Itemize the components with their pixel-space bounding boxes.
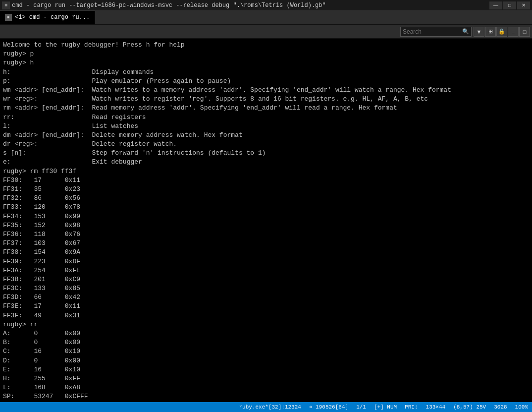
status-dimensions: 133×44 bbox=[426, 404, 446, 410]
tab-bar: ■ <1> cmd - cargo ru... bbox=[0, 11, 532, 25]
toolbar-buttons: ▼ ⊞ 🔒 ≡ □ bbox=[474, 27, 530, 37]
cmd-icon: ■ bbox=[2, 1, 10, 9]
window-button[interactable]: □ bbox=[519, 27, 530, 37]
title-bar-left: ■ cmd - cargo run --target=i686-pc-windo… bbox=[2, 1, 326, 9]
status-pri: PRI: bbox=[405, 404, 418, 410]
tab-icon: ■ bbox=[5, 14, 12, 21]
title-bar-controls: — □ ✕ bbox=[489, 1, 530, 9]
minimize-button[interactable]: — bbox=[489, 1, 502, 9]
title-bar: ■ cmd - cargo run --target=i686-pc-windo… bbox=[0, 0, 532, 11]
status-cursor: (8,57) 25V bbox=[453, 404, 486, 410]
tab-cmd[interactable]: ■ <1> cmd - cargo ru... bbox=[0, 11, 95, 24]
status-info: « 190526[64] bbox=[309, 404, 348, 410]
status-bar: ruby.exe*[32]:12324 « 190526[64] 1/1 [+]… bbox=[0, 402, 532, 412]
dropdown-button[interactable]: ▼ bbox=[474, 27, 484, 37]
terminal[interactable]: Welcome to the rugby debugger! Press h f… bbox=[0, 39, 532, 402]
terminal-content: Welcome to the rugby debugger! Press h f… bbox=[3, 41, 529, 402]
search-input[interactable] bbox=[403, 28, 462, 35]
title-bar-text: cmd - cargo run --target=i686-pc-windows… bbox=[12, 2, 326, 9]
process-info: ruby.exe*[32]:12324 bbox=[239, 404, 301, 410]
status-position: 1/1 bbox=[356, 404, 366, 410]
search-icon: 🔍 bbox=[462, 28, 469, 35]
split-button[interactable]: ⊞ bbox=[485, 27, 496, 37]
close-button[interactable]: ✕ bbox=[517, 1, 530, 9]
menu-button[interactable]: ≡ bbox=[508, 27, 519, 37]
status-code: 3028 bbox=[494, 404, 507, 410]
search-box[interactable]: 🔍 bbox=[400, 27, 472, 37]
toolbar: 🔍 ▼ ⊞ 🔒 ≡ □ bbox=[0, 25, 532, 39]
maximize-button[interactable]: □ bbox=[503, 1, 516, 9]
tab-label: <1> cmd - cargo ru... bbox=[15, 14, 90, 21]
lock-button[interactable]: 🔒 bbox=[496, 27, 507, 37]
status-zoom: 100% bbox=[515, 404, 528, 410]
status-insert: [+] NUM bbox=[374, 404, 397, 410]
